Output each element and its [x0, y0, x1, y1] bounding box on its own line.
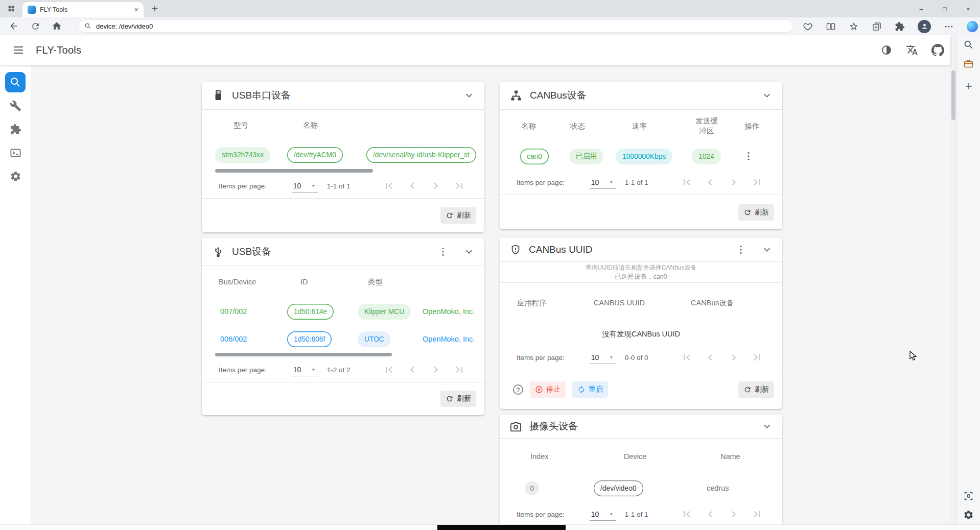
- card-menu-button[interactable]: [732, 240, 750, 259]
- theme-toggle-icon[interactable]: [880, 44, 893, 56]
- last-page-button[interactable]: [453, 180, 465, 192]
- horizontal-scrollbar[interactable]: [209, 353, 477, 357]
- page-scrollbar[interactable]: [950, 35, 956, 524]
- prev-page-button[interactable]: [704, 508, 716, 520]
- collapse-button[interactable]: [460, 243, 478, 261]
- canbus-card-header[interactable]: CANBus设备: [500, 82, 782, 109]
- edge-screenshot-icon[interactable]: [963, 491, 974, 501]
- first-page-button[interactable]: [681, 351, 693, 364]
- card-actions: 刷新: [202, 382, 484, 415]
- page-viewport: FLY-Tools USB串口设备 型号 名称: [0, 35, 950, 524]
- usb-devices-card-header[interactable]: USB设备: [202, 238, 484, 266]
- restart-button[interactable]: 重启: [572, 381, 608, 398]
- edge-toolbox-icon[interactable]: [963, 58, 974, 69]
- sidebar-item-settings[interactable]: [5, 166, 26, 186]
- vendor-cell: OpenMoko, Inc. s: [423, 307, 477, 316]
- favorites-icon[interactable]: [849, 21, 859, 32]
- browser-menu-icon[interactable]: [944, 21, 954, 32]
- address-bar[interactable]: device: /dev/video0: [78, 19, 794, 33]
- usb-type-chip: UTOC: [358, 331, 391, 347]
- next-page-button[interactable]: [728, 508, 740, 520]
- help-icon[interactable]: [513, 384, 523, 395]
- home-button[interactable]: [48, 18, 65, 34]
- refresh-button[interactable]: 刷新: [738, 204, 774, 221]
- edge-search-icon[interactable]: [963, 39, 974, 50]
- tab-close-icon[interactable]: ×: [134, 6, 138, 13]
- prev-page-button[interactable]: [406, 180, 418, 192]
- last-page-button[interactable]: [751, 508, 763, 520]
- back-button[interactable]: [5, 18, 22, 34]
- scrollbar-thumb[interactable]: [215, 169, 373, 173]
- edge-settings-icon[interactable]: [963, 510, 974, 520]
- profile-avatar[interactable]: [918, 20, 931, 33]
- items-per-page-select[interactable]: 10: [292, 179, 318, 192]
- browser-essentials-icon[interactable]: [803, 21, 813, 32]
- camera-table: Index Device Name 0 /dev/video0 cedrus: [507, 439, 775, 502]
- refresh-button[interactable]: 刷新: [440, 207, 476, 224]
- tab-favicon-icon: [28, 6, 36, 14]
- stop-button[interactable]: 停止: [530, 381, 566, 398]
- next-page-button[interactable]: [728, 351, 740, 364]
- window-close-button[interactable]: ×: [956, 0, 980, 17]
- caret-down-icon: [608, 511, 615, 517]
- first-page-button[interactable]: [383, 180, 395, 192]
- items-per-page-select[interactable]: 10: [590, 351, 616, 364]
- chevron-down-icon: [761, 244, 773, 256]
- row-actions-button[interactable]: [739, 147, 758, 165]
- uuid-card-header[interactable]: CANBus UUID: [500, 238, 782, 261]
- collections-icon[interactable]: [872, 21, 882, 32]
- first-page-button[interactable]: [383, 364, 395, 376]
- first-page-button[interactable]: [681, 176, 693, 188]
- edge-add-icon[interactable]: [964, 81, 974, 91]
- new-tab-icon[interactable]: [150, 4, 159, 13]
- sidebar-item-terminal[interactable]: [5, 142, 26, 163]
- sidebar-item-plugins[interactable]: [5, 119, 26, 139]
- uuid-table: 应用程序 CANBUS UUID CANBus设备 没有发现CANBus UUI…: [507, 283, 775, 345]
- scrollbar-thumb[interactable]: [951, 70, 955, 120]
- split-screen-icon[interactable]: [826, 21, 836, 32]
- prev-page-button[interactable]: [406, 364, 418, 376]
- main-content: USB串口设备 型号 名称 stm32h743xx /dev/ttyACM0 /…: [31, 65, 950, 524]
- usb-serial-card-header[interactable]: USB串口设备: [202, 82, 484, 109]
- collapse-button[interactable]: [758, 240, 776, 259]
- card-menu-button[interactable]: [434, 243, 452, 261]
- minimize-button[interactable]: –: [909, 0, 933, 17]
- collapse-button[interactable]: [758, 86, 776, 105]
- bottom-window-strip: [0, 524, 980, 530]
- first-page-button[interactable]: [681, 508, 693, 520]
- copilot-icon[interactable]: [967, 21, 978, 32]
- next-page-button[interactable]: [430, 180, 442, 192]
- refresh-button[interactable]: 刷新: [738, 381, 774, 398]
- sidebar-item-device-query[interactable]: [5, 72, 26, 92]
- last-page-button[interactable]: [751, 351, 763, 364]
- maximize-button[interactable]: □: [933, 0, 956, 17]
- next-page-button[interactable]: [430, 364, 442, 376]
- items-per-page-select[interactable]: 10: [590, 176, 616, 189]
- translate-icon[interactable]: [906, 44, 918, 56]
- prev-page-button[interactable]: [704, 176, 716, 188]
- collapse-button[interactable]: [460, 86, 478, 105]
- items-per-page-select[interactable]: 10: [292, 363, 318, 376]
- camera-card-header[interactable]: 摄像头设备: [500, 415, 782, 438]
- reload-button[interactable]: [27, 18, 44, 34]
- refresh-button[interactable]: 刷新: [440, 391, 476, 407]
- page-range-label: 0-0 of 0: [625, 354, 662, 362]
- scrollbar-thumb[interactable]: [215, 353, 392, 356]
- collapse-button[interactable]: [758, 417, 776, 436]
- browser-tab[interactable]: FLY-Tools ×: [22, 2, 144, 17]
- tab-actions-icon[interactable]: [7, 5, 15, 13]
- menu-icon[interactable]: [12, 44, 25, 56]
- extensions-icon[interactable]: [895, 21, 905, 32]
- sidebar-item-tools[interactable]: [5, 95, 26, 116]
- last-page-button[interactable]: [453, 364, 465, 376]
- horizontal-scrollbar[interactable]: [209, 169, 477, 174]
- table-row: 006/002 1d50:606f UTOC OpenMoko, Inc. G: [209, 325, 477, 353]
- github-icon[interactable]: [931, 44, 944, 57]
- last-page-button[interactable]: [751, 176, 763, 188]
- prev-page-button[interactable]: [704, 351, 716, 364]
- next-page-button[interactable]: [728, 176, 740, 188]
- app-sidebar: [0, 65, 31, 524]
- empty-state-text: 没有发现CANBus UUID: [507, 323, 775, 345]
- items-per-page-select[interactable]: 10: [590, 508, 616, 521]
- column-header-name: 名称: [511, 122, 559, 131]
